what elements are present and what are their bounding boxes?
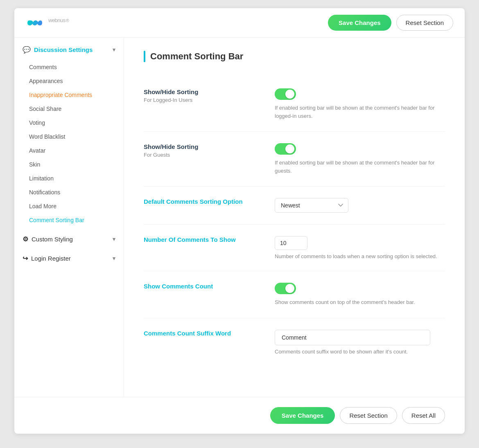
reset-section-button-header[interactable]: Reset Section xyxy=(396,15,453,31)
reset-section-button-footer[interactable]: Reset Section xyxy=(340,407,397,424)
control-default-sorting: Newest Oldest Top Rated Most Replies xyxy=(275,198,445,213)
control-number-comments: Number of comments to loads when a new s… xyxy=(275,236,445,259)
main-content: Comment Sorting Bar Show/Hide Sorting Fo… xyxy=(124,38,465,397)
reset-all-button-footer[interactable]: Reset All xyxy=(402,407,445,424)
sidebar-item-comment-sorting-bar[interactable]: Comment Sorting Bar xyxy=(14,213,124,227)
discussion-items: Comments Appearances Inappropriate Comme… xyxy=(14,59,124,229)
section-title-text: Comment Sorting Bar xyxy=(150,51,243,62)
sidebar-item-inappropriate-comments[interactable]: Inappropriate Comments xyxy=(14,88,124,102)
discussion-chevron-icon: ▾ xyxy=(113,47,115,53)
label-suffix-word: Comments Count Suffix Word xyxy=(144,330,258,338)
number-comments-desc: Number of comments to loads when a new s… xyxy=(275,253,445,259)
toggle-desc-logged-in: If enabled sorting bar will be shown at … xyxy=(275,104,445,120)
sidebar-section-header-custom-styling[interactable]: ⚙ Custom Styling ▾ xyxy=(14,230,124,248)
discussion-settings-label: Discussion Settings xyxy=(34,46,93,53)
sidebar-section-header-discussion[interactable]: 💬 Discussion Settings ▾ xyxy=(14,41,124,59)
save-changes-button[interactable]: Save Changes xyxy=(328,15,391,31)
custom-styling-chevron-icon: ▾ xyxy=(113,236,115,242)
sidebar-section-left: 💬 Discussion Settings xyxy=(23,46,93,54)
header-buttons: Save Changes Reset Section xyxy=(328,15,453,31)
section-title: Comment Sorting Bar xyxy=(144,51,445,62)
label-show-hide-guests: Show/Hide Sorting For Guests xyxy=(144,143,258,158)
sidebar-item-limitation[interactable]: Limitation xyxy=(14,171,124,185)
label-default-sorting: Default Comments Sorting Option xyxy=(144,198,258,207)
login-register-icon: ↪ xyxy=(23,254,28,262)
sidebar-item-voting[interactable]: Voting xyxy=(14,116,124,130)
sidebar-section-discussion: 💬 Discussion Settings ▾ Comments Appeara… xyxy=(14,41,124,229)
settings-row-show-comments-count: Show Comments Count Show comments count … xyxy=(144,271,445,318)
body-layout: 💬 Discussion Settings ▾ Comments Appeara… xyxy=(14,38,465,397)
section-title-bar xyxy=(144,51,145,62)
toggle-slider-comments-count xyxy=(275,283,296,294)
custom-styling-label: Custom Styling xyxy=(32,236,73,243)
sidebar: 💬 Discussion Settings ▾ Comments Appeara… xyxy=(14,38,124,397)
login-register-left: ↪ Login Register xyxy=(23,254,71,262)
logo-icon xyxy=(26,16,44,29)
suffix-word-desc: Comments count suffix word to be shown a… xyxy=(275,349,445,355)
settings-row-default-sorting: Default Comments Sorting Option Newest O… xyxy=(144,187,445,225)
settings-row-number-comments: Number Of Comments To Show Number of com… xyxy=(144,225,445,271)
app-container: webnus® Save Changes Reset Section 💬 Dis… xyxy=(14,8,465,434)
sidebar-item-load-more[interactable]: Load More xyxy=(14,199,124,213)
suffix-word-input[interactable] xyxy=(275,330,430,345)
label-show-hide-logged-in: Show/Hide Sorting For Logged-In Users xyxy=(144,88,258,103)
header: webnus® Save Changes Reset Section xyxy=(14,8,465,38)
sidebar-section-login-register: ↪ Login Register ▾ xyxy=(14,250,124,267)
login-register-label: Login Register xyxy=(31,255,71,262)
toggle-desc-comments-count: Show comments count on top of the commen… xyxy=(275,298,445,306)
sidebar-item-notifications[interactable]: Notifications xyxy=(14,185,124,199)
label-sub-show-hide-logged-in: For Logged-In Users xyxy=(144,97,258,103)
save-changes-button-footer[interactable]: Save Changes xyxy=(270,407,335,424)
login-register-chevron-icon: ▾ xyxy=(113,255,115,261)
sidebar-item-avatar[interactable]: Avatar xyxy=(14,144,124,158)
control-show-hide-logged-in: If enabled sorting bar will be shown at … xyxy=(275,88,445,120)
sidebar-item-skin[interactable]: Skin xyxy=(14,158,124,171)
label-show-comments-count: Show Comments Count xyxy=(144,283,258,291)
toggle-show-hide-logged-in[interactable] xyxy=(275,88,296,100)
toggle-show-hide-guests[interactable] xyxy=(275,143,296,155)
toggle-slider-guests xyxy=(275,143,296,155)
toggle-show-comments-count[interactable] xyxy=(275,283,296,294)
custom-styling-icon: ⚙ xyxy=(23,235,28,243)
toggle-desc-guests: If enabled sorting bar will be shown at … xyxy=(275,159,445,175)
control-show-comments-count: Show comments count on top of the commen… xyxy=(275,283,445,306)
label-title-number-comments: Number Of Comments To Show xyxy=(144,236,258,243)
sidebar-section-header-login-register[interactable]: ↪ Login Register ▾ xyxy=(14,250,124,267)
toggle-slider-logged-in xyxy=(275,88,296,100)
settings-row-suffix-word: Comments Count Suffix Word Comments coun… xyxy=(144,318,445,366)
sidebar-item-appearances[interactable]: Appearances xyxy=(14,74,124,88)
logo: webnus® xyxy=(26,16,69,29)
settings-row-show-hide-logged-in: Show/Hide Sorting For Logged-In Users If… xyxy=(144,77,445,132)
custom-styling-left: ⚙ Custom Styling xyxy=(23,235,73,243)
footer-buttons: Save Changes Reset Section Reset All xyxy=(14,397,465,434)
label-title-show-hide-guests: Show/Hide Sorting xyxy=(144,143,258,150)
control-show-hide-guests: If enabled sorting bar will be shown at … xyxy=(275,143,445,175)
sidebar-section-custom-styling: ⚙ Custom Styling ▾ xyxy=(14,230,124,248)
control-suffix-word: Comments count suffix word to be shown a… xyxy=(275,330,445,355)
label-sub-show-hide-guests: For Guests xyxy=(144,152,258,158)
default-sorting-select[interactable]: Newest Oldest Top Rated Most Replies xyxy=(275,198,348,213)
sidebar-item-social-share[interactable]: Social Share xyxy=(14,102,124,116)
logo-text: webnus® xyxy=(48,17,69,28)
label-title-default-sorting: Default Comments Sorting Option xyxy=(144,198,258,205)
number-comments-input[interactable] xyxy=(275,236,307,250)
label-title-suffix-word: Comments Count Suffix Word xyxy=(144,330,258,337)
label-number-comments: Number Of Comments To Show xyxy=(144,236,258,245)
label-title-show-hide-logged-in: Show/Hide Sorting xyxy=(144,88,258,95)
sidebar-item-word-blacklist[interactable]: Word Blacklist xyxy=(14,130,124,144)
discussion-icon: 💬 xyxy=(23,46,31,54)
settings-row-show-hide-guests: Show/Hide Sorting For Guests If enabled … xyxy=(144,132,445,187)
label-title-show-comments-count: Show Comments Count xyxy=(144,283,258,290)
sidebar-item-comments[interactable]: Comments xyxy=(14,60,124,74)
